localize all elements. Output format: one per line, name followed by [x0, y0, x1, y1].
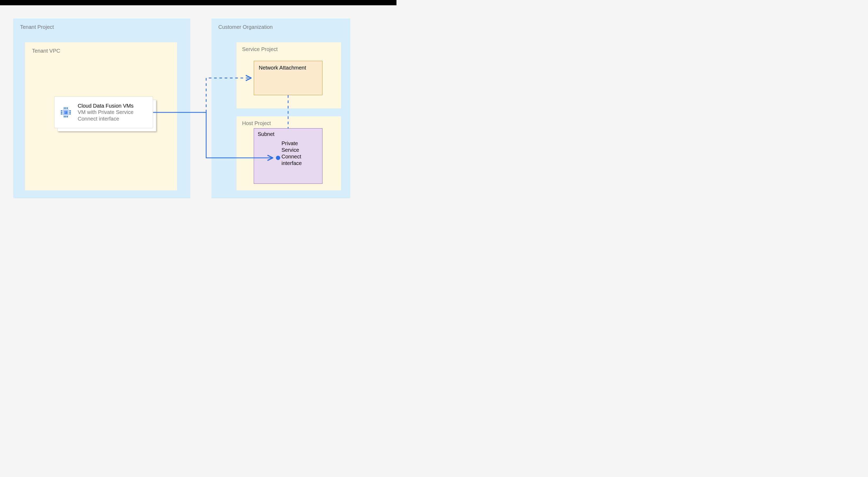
host-project-label: Host Project: [242, 120, 335, 126]
svg-rect-4: [67, 107, 68, 109]
svg-rect-11: [69, 110, 71, 111]
service-project-label: Service Project: [242, 46, 335, 52]
tenant-vpc-label: Tenant VPC: [32, 48, 170, 54]
tenant-project-label: Tenant Project: [20, 24, 183, 30]
svg-rect-9: [61, 112, 62, 113]
psc-interface-dot: [276, 156, 280, 160]
svg-rect-8: [61, 110, 62, 111]
network-attachment-box: Network Attachment: [254, 61, 322, 95]
compute-engine-icon: [59, 106, 72, 119]
svg-rect-13: [69, 113, 71, 115]
window-titlebar: [0, 0, 397, 5]
svg-rect-3: [65, 107, 66, 109]
svg-rect-6: [65, 116, 66, 117]
svg-rect-12: [69, 112, 71, 113]
vm-card-title: Cloud Data Fusion VMs: [78, 103, 148, 109]
network-attachment-label: Network Attachment: [259, 65, 306, 70]
svg-rect-10: [61, 113, 62, 115]
svg-rect-7: [67, 116, 68, 117]
subnet-label: Subnet: [258, 131, 274, 137]
psc-interface-label: Private Service Connect interface: [281, 140, 316, 167]
customer-org-label: Customer Organization: [218, 24, 343, 30]
svg-rect-5: [64, 116, 65, 117]
svg-rect-2: [64, 107, 65, 109]
diagram-canvas: Tenant Project Tenant VPC: [0, 5, 397, 218]
vm-card: Cloud Data Fusion VMs VM with Private Se…: [54, 96, 153, 128]
vm-card-subtitle: VM with Private Service Connect interfac…: [78, 109, 148, 122]
